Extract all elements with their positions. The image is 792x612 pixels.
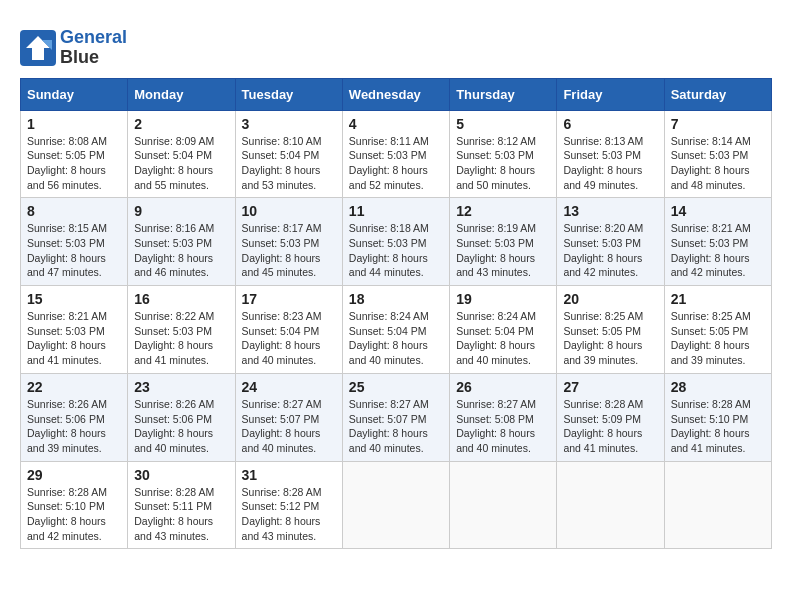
day-number: 2 <box>134 116 228 132</box>
weekday-header-sunday: Sunday <box>21 78 128 110</box>
calendar-week-row: 1Sunrise: 8:08 AMSunset: 5:05 PMDaylight… <box>21 110 772 198</box>
calendar-week-row: 22Sunrise: 8:26 AMSunset: 5:06 PMDayligh… <box>21 373 772 461</box>
calendar-cell <box>664 461 771 549</box>
day-info: Sunrise: 8:20 AMSunset: 5:03 PMDaylight:… <box>563 221 657 280</box>
day-info: Sunrise: 8:26 AMSunset: 5:06 PMDaylight:… <box>134 397 228 456</box>
day-number: 20 <box>563 291 657 307</box>
calendar-cell: 28Sunrise: 8:28 AMSunset: 5:10 PMDayligh… <box>664 373 771 461</box>
weekday-header-friday: Friday <box>557 78 664 110</box>
calendar-cell: 3Sunrise: 8:10 AMSunset: 5:04 PMDaylight… <box>235 110 342 198</box>
calendar-cell: 15Sunrise: 8:21 AMSunset: 5:03 PMDayligh… <box>21 286 128 374</box>
day-number: 5 <box>456 116 550 132</box>
day-info: Sunrise: 8:14 AMSunset: 5:03 PMDaylight:… <box>671 134 765 193</box>
day-info: Sunrise: 8:24 AMSunset: 5:04 PMDaylight:… <box>349 309 443 368</box>
day-info: Sunrise: 8:27 AMSunset: 5:07 PMDaylight:… <box>242 397 336 456</box>
calendar-cell: 13Sunrise: 8:20 AMSunset: 5:03 PMDayligh… <box>557 198 664 286</box>
calendar-cell: 24Sunrise: 8:27 AMSunset: 5:07 PMDayligh… <box>235 373 342 461</box>
header-row: SundayMondayTuesdayWednesdayThursdayFrid… <box>21 78 772 110</box>
calendar-week-row: 15Sunrise: 8:21 AMSunset: 5:03 PMDayligh… <box>21 286 772 374</box>
day-number: 7 <box>671 116 765 132</box>
calendar-week-row: 8Sunrise: 8:15 AMSunset: 5:03 PMDaylight… <box>21 198 772 286</box>
logo-line1: General <box>60 27 127 47</box>
day-info: Sunrise: 8:25 AMSunset: 5:05 PMDaylight:… <box>671 309 765 368</box>
weekday-header-wednesday: Wednesday <box>342 78 449 110</box>
day-info: Sunrise: 8:21 AMSunset: 5:03 PMDaylight:… <box>671 221 765 280</box>
day-number: 23 <box>134 379 228 395</box>
day-number: 13 <box>563 203 657 219</box>
day-number: 10 <box>242 203 336 219</box>
calendar-cell: 9Sunrise: 8:16 AMSunset: 5:03 PMDaylight… <box>128 198 235 286</box>
calendar-cell <box>450 461 557 549</box>
calendar-cell: 10Sunrise: 8:17 AMSunset: 5:03 PMDayligh… <box>235 198 342 286</box>
calendar-cell: 27Sunrise: 8:28 AMSunset: 5:09 PMDayligh… <box>557 373 664 461</box>
day-info: Sunrise: 8:13 AMSunset: 5:03 PMDaylight:… <box>563 134 657 193</box>
day-info: Sunrise: 8:11 AMSunset: 5:03 PMDaylight:… <box>349 134 443 193</box>
day-info: Sunrise: 8:18 AMSunset: 5:03 PMDaylight:… <box>349 221 443 280</box>
day-number: 19 <box>456 291 550 307</box>
calendar-cell: 29Sunrise: 8:28 AMSunset: 5:10 PMDayligh… <box>21 461 128 549</box>
day-number: 22 <box>27 379 121 395</box>
calendar-cell: 8Sunrise: 8:15 AMSunset: 5:03 PMDaylight… <box>21 198 128 286</box>
day-info: Sunrise: 8:28 AMSunset: 5:10 PMDaylight:… <box>27 485 121 544</box>
calendar-cell: 22Sunrise: 8:26 AMSunset: 5:06 PMDayligh… <box>21 373 128 461</box>
calendar-cell: 1Sunrise: 8:08 AMSunset: 5:05 PMDaylight… <box>21 110 128 198</box>
calendar-cell <box>557 461 664 549</box>
day-number: 21 <box>671 291 765 307</box>
day-info: Sunrise: 8:27 AMSunset: 5:08 PMDaylight:… <box>456 397 550 456</box>
calendar-cell: 4Sunrise: 8:11 AMSunset: 5:03 PMDaylight… <box>342 110 449 198</box>
day-number: 16 <box>134 291 228 307</box>
day-info: Sunrise: 8:27 AMSunset: 5:07 PMDaylight:… <box>349 397 443 456</box>
calendar-cell: 23Sunrise: 8:26 AMSunset: 5:06 PMDayligh… <box>128 373 235 461</box>
day-number: 17 <box>242 291 336 307</box>
logo-text: General Blue <box>60 28 127 68</box>
day-number: 9 <box>134 203 228 219</box>
day-number: 15 <box>27 291 121 307</box>
calendar-cell: 11Sunrise: 8:18 AMSunset: 5:03 PMDayligh… <box>342 198 449 286</box>
calendar-cell: 16Sunrise: 8:22 AMSunset: 5:03 PMDayligh… <box>128 286 235 374</box>
calendar-cell: 31Sunrise: 8:28 AMSunset: 5:12 PMDayligh… <box>235 461 342 549</box>
calendar-cell: 30Sunrise: 8:28 AMSunset: 5:11 PMDayligh… <box>128 461 235 549</box>
day-number: 12 <box>456 203 550 219</box>
calendar-cell: 14Sunrise: 8:21 AMSunset: 5:03 PMDayligh… <box>664 198 771 286</box>
calendar-cell: 7Sunrise: 8:14 AMSunset: 5:03 PMDaylight… <box>664 110 771 198</box>
weekday-header-monday: Monday <box>128 78 235 110</box>
day-number: 28 <box>671 379 765 395</box>
day-number: 4 <box>349 116 443 132</box>
day-number: 18 <box>349 291 443 307</box>
calendar-cell: 17Sunrise: 8:23 AMSunset: 5:04 PMDayligh… <box>235 286 342 374</box>
header: General Blue <box>20 20 772 68</box>
day-number: 25 <box>349 379 443 395</box>
calendar-cell: 21Sunrise: 8:25 AMSunset: 5:05 PMDayligh… <box>664 286 771 374</box>
calendar-cell: 25Sunrise: 8:27 AMSunset: 5:07 PMDayligh… <box>342 373 449 461</box>
day-info: Sunrise: 8:15 AMSunset: 5:03 PMDaylight:… <box>27 221 121 280</box>
calendar-cell: 19Sunrise: 8:24 AMSunset: 5:04 PMDayligh… <box>450 286 557 374</box>
day-info: Sunrise: 8:08 AMSunset: 5:05 PMDaylight:… <box>27 134 121 193</box>
day-info: Sunrise: 8:28 AMSunset: 5:11 PMDaylight:… <box>134 485 228 544</box>
weekday-header-saturday: Saturday <box>664 78 771 110</box>
logo-icon <box>20 30 56 66</box>
day-number: 24 <box>242 379 336 395</box>
day-info: Sunrise: 8:28 AMSunset: 5:10 PMDaylight:… <box>671 397 765 456</box>
logo: General Blue <box>20 28 127 68</box>
day-number: 8 <box>27 203 121 219</box>
calendar-week-row: 29Sunrise: 8:28 AMSunset: 5:10 PMDayligh… <box>21 461 772 549</box>
calendar-cell: 20Sunrise: 8:25 AMSunset: 5:05 PMDayligh… <box>557 286 664 374</box>
day-number: 3 <box>242 116 336 132</box>
day-info: Sunrise: 8:26 AMSunset: 5:06 PMDaylight:… <box>27 397 121 456</box>
day-number: 27 <box>563 379 657 395</box>
day-info: Sunrise: 8:21 AMSunset: 5:03 PMDaylight:… <box>27 309 121 368</box>
day-info: Sunrise: 8:22 AMSunset: 5:03 PMDaylight:… <box>134 309 228 368</box>
day-info: Sunrise: 8:28 AMSunset: 5:09 PMDaylight:… <box>563 397 657 456</box>
calendar-cell: 12Sunrise: 8:19 AMSunset: 5:03 PMDayligh… <box>450 198 557 286</box>
day-info: Sunrise: 8:19 AMSunset: 5:03 PMDaylight:… <box>456 221 550 280</box>
day-number: 30 <box>134 467 228 483</box>
calendar-cell: 18Sunrise: 8:24 AMSunset: 5:04 PMDayligh… <box>342 286 449 374</box>
calendar-cell: 5Sunrise: 8:12 AMSunset: 5:03 PMDaylight… <box>450 110 557 198</box>
day-number: 31 <box>242 467 336 483</box>
calendar-cell: 26Sunrise: 8:27 AMSunset: 5:08 PMDayligh… <box>450 373 557 461</box>
calendar-cell <box>342 461 449 549</box>
day-info: Sunrise: 8:23 AMSunset: 5:04 PMDaylight:… <box>242 309 336 368</box>
day-number: 6 <box>563 116 657 132</box>
day-number: 11 <box>349 203 443 219</box>
day-number: 29 <box>27 467 121 483</box>
